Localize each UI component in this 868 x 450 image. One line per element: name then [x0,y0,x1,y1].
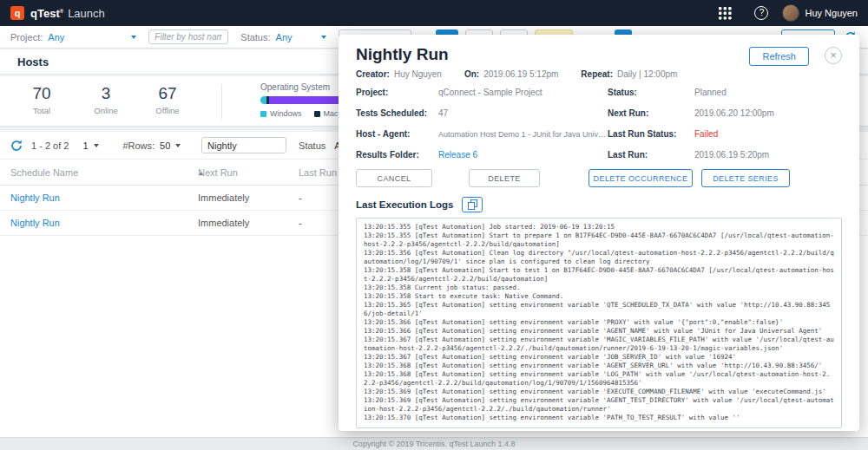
next-run-cell: Immediately [198,192,249,203]
windows-swatch-icon [260,111,266,117]
stat-offline-value: 67 [141,84,194,103]
modal-button-row: CANCEL DELETE DELETE OCCURRENCE DELETE S… [356,169,842,187]
legend-item-mac: Mac [314,109,339,118]
next-run-cell: Immediately [198,218,249,228]
modal-meta-row: Creator: Huy Nguyen On: 2019.06.19 5:12p… [356,68,842,79]
brand-name: qTest® [30,7,63,20]
chevron-down-icon [94,144,99,147]
next-run-value: 2019.06.20 12:00pm [694,108,842,119]
stat-offline-label: Offline [141,106,194,115]
repeat-label: Repeat: [581,69,613,79]
logs-label: Last Execution Logs [356,199,453,210]
repeat-value: Daily | 12:00pm [617,69,677,79]
last-run-status-value: Failed [694,129,842,140]
top-navbar: q qTest® Launch ? Huy Nguyen [0,0,868,26]
modal-refresh-button[interactable]: Refresh [749,47,809,66]
chevron-down-icon [321,36,326,39]
mac-swatch-icon [314,111,320,117]
header-schedule-name[interactable]: Schedule Name [10,167,78,178]
legend-label: Windows [270,109,302,118]
schedule-detail-modal: Nightly Run Refresh × Creator: Huy Nguye… [339,35,859,431]
status-filter-value: Any [276,32,293,42]
schedule-name-link[interactable]: Nightly Run [10,192,60,203]
chevron-down-icon [131,36,136,39]
user-name[interactable]: Huy Nguyen [805,8,858,18]
delete-occurrence-button[interactable]: DELETE OCCURRENCE [589,169,693,187]
footer: Copyright © 2019 Tricentis. qTest Launch… [0,437,868,450]
execution-log-output[interactable]: 13:20:15.355 [qTest Automation] Job star… [356,218,842,428]
divider [221,84,222,119]
results-folder-label: Results Folder: [356,150,438,160]
project-filter-dropdown[interactable]: Any [48,32,136,42]
status-label: Status: [608,88,694,98]
project-value: qConnect - Sample Project [438,88,608,98]
project-filter-label: Project: [10,32,43,42]
logs-header-row: Last Execution Logs [356,197,842,212]
stat-total-label: Total [14,106,69,115]
cancel-button[interactable]: CANCEL [356,169,432,187]
header-last-run[interactable]: Last Run [299,167,337,178]
delete-series-button[interactable]: DELETE SERIES [701,169,790,187]
stat-total: 70 Total [14,84,69,115]
stat-online-label: Online [84,106,128,115]
modal-details-grid: Project: qConnect - Sample Project Statu… [356,88,842,160]
app-grid-icon[interactable] [719,7,732,20]
schedule-status-label: Status [299,140,326,151]
rows-per-page-label: #Rows: [122,140,155,151]
rows-per-page-value: 50 [160,140,170,151]
stat-offline: 67 Offline [141,84,194,115]
copy-logs-button[interactable] [462,197,483,212]
creator-value: Huy Nguyen [394,69,442,79]
last-run-cell: - [299,192,302,203]
last-run-cell: - [299,218,302,228]
os-bar-segment-windows [260,96,266,104]
host-name-filter-input[interactable] [148,29,228,44]
help-icon[interactable]: ? [754,6,768,20]
creator-label: Creator: [356,69,390,79]
next-run-label: Next Run: [608,108,694,119]
host-agent-label: Host - Agent: [356,129,438,140]
host-agent-value: Automation Host Demo 1 - JUnit for Java … [438,129,608,140]
last-run-label: Last Run: [608,150,694,160]
legend-item-windows: Windows [260,109,302,118]
avatar[interactable] [782,4,799,22]
refresh-icon[interactable] [10,140,23,152]
project-filter-value: Any [48,32,64,42]
page-select-value: 1 [82,140,88,151]
stat-online: 3 Online [84,84,128,115]
project-label: Project: [356,88,438,98]
page-select[interactable]: 1 [82,140,108,151]
registered-mark: ® [60,8,63,13]
brand-product: Launch [68,7,105,20]
rows-per-page-select[interactable]: 50 [160,140,186,151]
results-folder-link[interactable]: Release 6 [438,150,608,160]
qtest-logo-icon[interactable]: q [10,6,24,20]
schedule-name-link[interactable]: Nightly Run [10,218,60,228]
tests-scheduled-label: Tests Scheduled: [356,108,438,119]
stat-total-value: 70 [14,84,69,103]
created-on-label: On: [464,69,479,79]
last-run-status-label: Last Run Status: [608,129,694,140]
last-run-value: 2019.06.19 5:20pm [694,150,842,160]
status-value: Planned [694,88,842,98]
tests-scheduled-value: 47 [438,108,608,119]
legend-label: Mac [324,109,339,118]
copy-icon [468,199,477,210]
close-icon[interactable]: × [825,47,842,64]
chevron-down-icon [175,144,181,147]
delete-button[interactable]: DELETE [469,169,540,187]
stat-online-value: 3 [84,84,128,103]
status-filter-label: Status: [240,32,270,42]
created-on-value: 2019.06.19 5:12pm [483,69,558,79]
status-filter-dropdown[interactable]: Any [276,32,326,42]
schedule-search-input[interactable] [201,137,286,153]
pagination-range: 1 - 2 of 2 [31,140,69,151]
